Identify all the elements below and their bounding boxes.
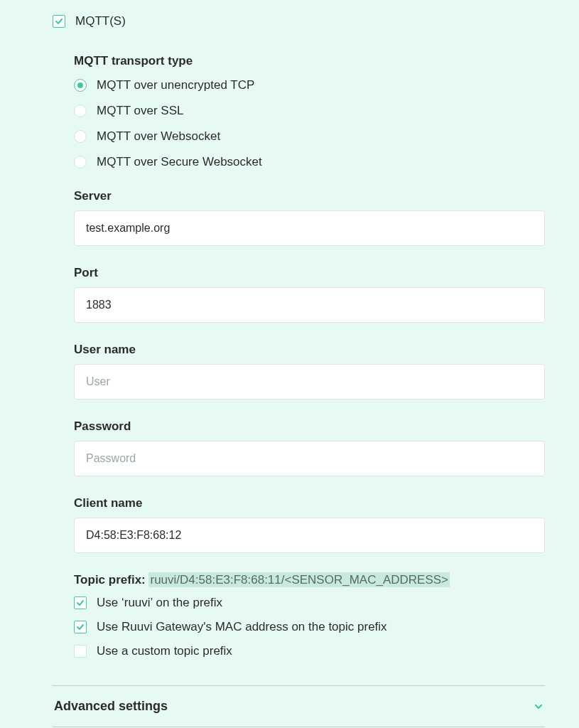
radio-icon[interactable] xyxy=(74,105,87,117)
transport-heading: MQTT transport type xyxy=(74,54,545,68)
server-label: Server xyxy=(74,189,545,203)
checkbox-icon[interactable] xyxy=(74,645,87,658)
checkbox-label: Use a custom topic prefix xyxy=(97,644,232,658)
client-name-input[interactable] xyxy=(74,518,545,553)
checkbox-label: Use Ruuvi Gateway's MAC address on the t… xyxy=(97,620,387,634)
prefix-option-mac[interactable]: Use Ruuvi Gateway's MAC address on the t… xyxy=(74,620,545,634)
checkbox-icon[interactable] xyxy=(74,621,87,633)
check-icon xyxy=(76,599,85,607)
mqtt-enable-checkbox[interactable] xyxy=(53,15,65,28)
username-label: User name xyxy=(74,343,545,357)
check-icon xyxy=(55,17,63,26)
port-label: Port xyxy=(74,266,545,280)
mqtt-enable-label: MQTT(S) xyxy=(75,14,126,28)
radio-icon[interactable] xyxy=(74,130,87,143)
transport-option-secure-websocket[interactable]: MQTT over Secure Websocket xyxy=(74,155,545,169)
username-input[interactable] xyxy=(74,364,545,400)
password-input[interactable] xyxy=(74,441,545,476)
topic-prefix-value: ruuvi/D4:58:E3:F8:68:11/<SENSOR_MAC_ADDR… xyxy=(148,572,450,587)
radio-icon[interactable] xyxy=(74,79,87,92)
mqtt-enable-row[interactable]: MQTT(S) xyxy=(53,14,545,28)
advanced-settings-accordion: Advanced settings xyxy=(53,685,545,727)
client-name-label: Client name xyxy=(74,496,545,510)
transport-option-ssl[interactable]: MQTT over SSL xyxy=(74,104,545,118)
chevron-down-icon xyxy=(534,702,543,712)
topic-prefix-row: Topic prefix: ruuvi/D4:58:E3:F8:68:11/<S… xyxy=(74,573,545,587)
topic-prefix-label: Topic prefix: xyxy=(74,573,146,587)
radio-label: MQTT over unencrypted TCP xyxy=(97,78,254,92)
radio-label: MQTT over SSL xyxy=(97,104,184,118)
transport-option-tcp[interactable]: MQTT over unencrypted TCP xyxy=(74,78,545,92)
checkbox-label: Use ‘ruuvi’ on the prefix xyxy=(97,596,222,610)
advanced-settings-title: Advanced settings xyxy=(54,699,168,714)
radio-label: MQTT over Websocket xyxy=(97,129,220,144)
radio-icon[interactable] xyxy=(74,156,87,168)
port-input[interactable] xyxy=(74,287,545,323)
check-icon xyxy=(76,623,85,631)
checkbox-icon[interactable] xyxy=(74,596,87,609)
transport-option-websocket[interactable]: MQTT over Websocket xyxy=(74,129,545,144)
prefix-option-ruuvi[interactable]: Use ‘ruuvi’ on the prefix xyxy=(74,596,545,610)
server-input[interactable] xyxy=(74,210,545,246)
prefix-option-custom[interactable]: Use a custom topic prefix xyxy=(74,644,545,658)
radio-label: MQTT over Secure Websocket xyxy=(97,155,262,169)
password-label: Password xyxy=(74,419,545,434)
advanced-settings-toggle[interactable]: Advanced settings xyxy=(53,686,545,727)
